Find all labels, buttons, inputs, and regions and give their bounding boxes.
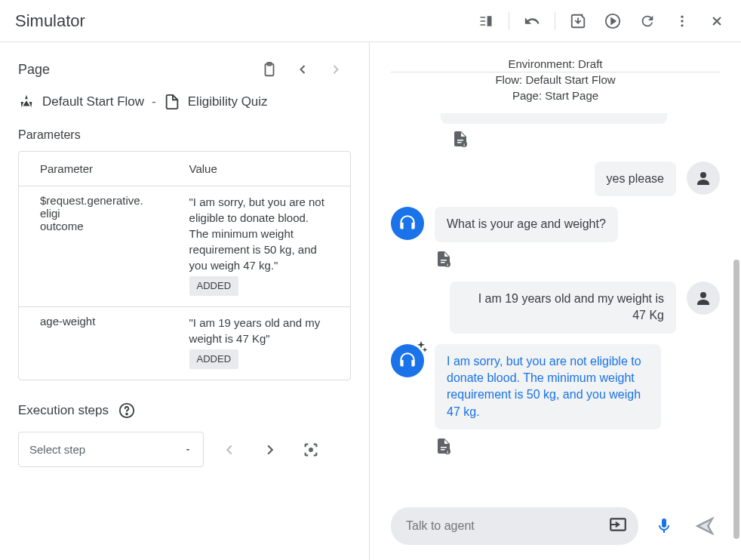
step-prev-icon[interactable] xyxy=(214,435,244,465)
param-name: age-weight xyxy=(19,307,168,380)
close-icon[interactable] xyxy=(702,6,732,36)
scrollbar[interactable] xyxy=(733,260,741,539)
breadcrumb-flow: Default Start Flow xyxy=(42,94,144,109)
svg-point-4 xyxy=(681,24,683,26)
refresh-icon[interactable] xyxy=(632,6,663,36)
flow-line: Flow: Default Start Flow xyxy=(370,72,741,88)
execution-steps-label: Execution steps xyxy=(18,403,109,418)
user-avatar xyxy=(687,282,720,315)
env-info: Environment: Draft Flow: Default Start F… xyxy=(370,42,741,112)
param-value: "I am 19 years old and my weight is 47 K… xyxy=(168,307,350,380)
breadcrumb-page: Eligibility Quiz xyxy=(188,94,268,109)
table-row: $request.generative.eligioutcome "I am s… xyxy=(19,186,350,307)
step-placeholder: Select step xyxy=(29,443,85,456)
panel-toggle-icon[interactable] xyxy=(471,6,501,36)
detail-icon[interactable]: i xyxy=(435,250,453,268)
flow-icon xyxy=(18,94,35,110)
user-message: I am 19 years old and my weight is 47 Kg xyxy=(450,282,676,334)
page-next-icon[interactable] xyxy=(321,54,351,85)
detail-icon[interactable]: i xyxy=(451,130,469,148)
col-parameter: Parameter xyxy=(19,152,168,186)
focus-icon[interactable] xyxy=(296,435,326,465)
help-icon[interactable] xyxy=(118,402,136,420)
message-row-user: yes please xyxy=(391,162,720,196)
page-line: Page: Start Page xyxy=(370,88,741,103)
svg-point-9 xyxy=(309,448,312,451)
chat-input[interactable] xyxy=(406,519,608,533)
save-icon[interactable] xyxy=(563,6,593,36)
added-badge: ADDED xyxy=(189,276,239,296)
agent-message-generative: I am sorry, but you are not eligible to … xyxy=(435,344,661,430)
param-value: "I am sorry, but you are not eligible to… xyxy=(168,186,350,307)
breadcrumb-separator: - xyxy=(152,94,156,109)
page-prev-icon[interactable] xyxy=(287,54,318,85)
message-row-agent: What is your age and weight? i xyxy=(391,207,720,270)
submit-arrow-icon[interactable] xyxy=(608,515,628,537)
svg-point-15 xyxy=(700,292,706,298)
svg-point-2 xyxy=(681,15,683,17)
svg-point-12 xyxy=(700,172,706,178)
page-section-label: Page xyxy=(18,62,50,78)
svg-point-3 xyxy=(681,20,683,22)
mic-icon[interactable] xyxy=(649,511,679,541)
breadcrumb: Default Start Flow - Eligibility Quiz xyxy=(18,94,351,110)
simulator-title: Simulator xyxy=(15,11,85,31)
param-name: $request.generative.eligioutcome xyxy=(19,186,168,307)
send-icon[interactable] xyxy=(690,511,720,541)
divider xyxy=(509,12,509,30)
parameters-table: Parameter Value $request.generative.elig… xyxy=(18,151,351,380)
agent-avatar-generative xyxy=(391,344,424,377)
agent-message: What is your age and weight? xyxy=(435,207,618,242)
env-line: Environment: Draft xyxy=(370,56,741,72)
header-actions xyxy=(471,6,732,36)
message-row-agent-generative: I am sorry, but you are not eligible to … xyxy=(391,344,720,459)
divider xyxy=(555,12,555,30)
dropdown-icon xyxy=(183,445,192,454)
input-bar xyxy=(370,498,741,560)
svg-marker-1 xyxy=(611,18,616,23)
chat-input-pill[interactable] xyxy=(391,507,638,545)
table-row: age-weight "I am 19 years old and my wei… xyxy=(19,307,350,380)
message-row-user: I am 19 years old and my weight is 47 Kg xyxy=(391,282,720,334)
step-next-icon[interactable] xyxy=(255,435,285,465)
truncated-message xyxy=(441,113,667,124)
user-avatar xyxy=(687,162,720,195)
parameters-label: Parameters xyxy=(18,128,351,142)
page-icon xyxy=(164,94,180,110)
detail-icon[interactable]: i xyxy=(435,437,453,455)
chat-area: i yes please What is your age and weight… xyxy=(370,113,741,498)
play-icon[interactable] xyxy=(598,6,628,36)
user-message: yes please xyxy=(595,162,677,196)
clipboard-icon[interactable] xyxy=(254,54,284,85)
agent-avatar xyxy=(391,207,424,240)
svg-point-8 xyxy=(126,414,128,415)
header: Simulator xyxy=(0,0,741,42)
step-select[interactable]: Select step xyxy=(18,432,204,467)
undo-icon[interactable] xyxy=(517,6,547,36)
sparkle-icon xyxy=(414,340,429,358)
left-panel: Page Default Start Flow - Eligibility Qu… xyxy=(0,42,370,560)
added-badge: ADDED xyxy=(189,349,239,369)
right-panel: Environment: Draft Flow: Default Start F… xyxy=(370,42,741,560)
more-icon[interactable] xyxy=(667,6,697,36)
col-value: Value xyxy=(168,152,350,186)
